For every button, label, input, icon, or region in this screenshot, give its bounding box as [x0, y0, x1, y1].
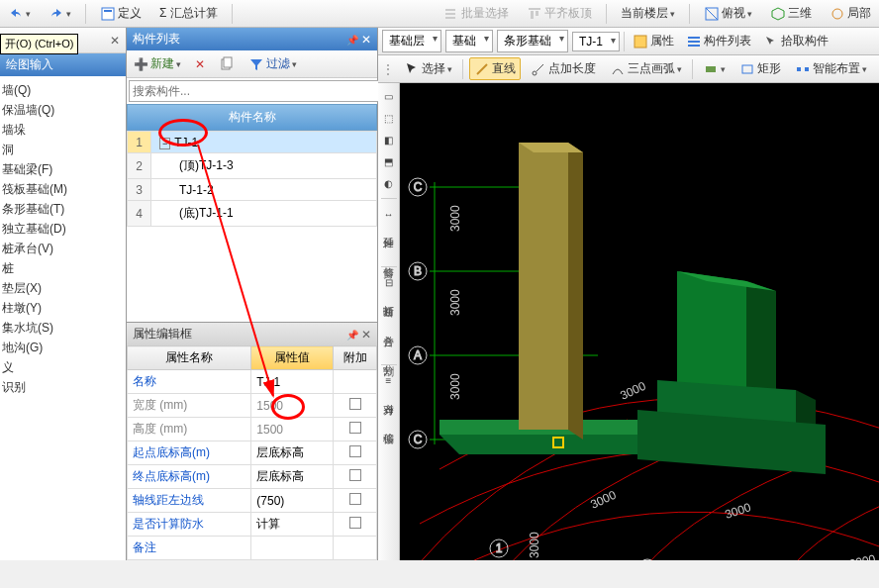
close-icon[interactable]: ✕: [361, 328, 371, 342]
property-row[interactable]: 是否计算防水计算: [128, 513, 377, 537]
select-tool-button[interactable]: 选择▾: [400, 58, 456, 79]
tree-item[interactable]: 桩: [2, 258, 124, 278]
svg-rect-5: [529, 8, 540, 10]
arc-tool-button[interactable]: 三点画弧▾: [606, 58, 686, 79]
component-select[interactable]: TJ-1: [572, 32, 620, 51]
checkbox[interactable]: [349, 517, 361, 529]
undo-button[interactable]: ▾: [4, 4, 35, 24]
checkbox[interactable]: [349, 445, 361, 457]
line-tool-button[interactable]: 直线: [469, 57, 521, 80]
tree-item[interactable]: 柱墩(Y): [2, 298, 124, 318]
close-icon[interactable]: ✕: [361, 33, 371, 47]
table-row[interactable]: 3TJ-1-2: [128, 178, 377, 200]
tool-icon[interactable]: ◐: [380, 174, 398, 192]
property-row[interactable]: 宽度 (mm)1500: [128, 394, 377, 418]
tree-item[interactable]: 筏板基础(M): [2, 179, 124, 199]
component-table: 1−TJ-12(顶)TJ-1-33TJ-1-24(底)TJ-1-1: [127, 131, 377, 227]
split-icon[interactable]: ⋮: [380, 333, 398, 350]
category-tree[interactable]: 墙(Q)保温墙(Q)墙垛洞基础梁(F)筏板基础(M)条形基础(T)独立基础(D)…: [0, 76, 126, 560]
tree-item[interactable]: 垫层(X): [2, 278, 124, 298]
property-row[interactable]: 终点底标高(m)层底标高: [128, 465, 377, 489]
property-row[interactable]: 轴线距左边线(750): [128, 489, 377, 513]
tree-item[interactable]: 独立基础(D): [2, 219, 124, 239]
tree-item[interactable]: 义: [2, 357, 124, 377]
checkbox[interactable]: [349, 422, 361, 434]
property-row[interactable]: 高度 (mm)1500: [128, 418, 377, 441]
pin-icon[interactable]: 📌: [346, 330, 358, 341]
svg-text:3000: 3000: [724, 500, 753, 522]
svg-rect-20: [706, 66, 716, 72]
add-length-button[interactable]: 点加长度: [527, 58, 600, 79]
current-floor-button[interactable]: 当前楼层▾: [617, 3, 679, 24]
checkbox[interactable]: [349, 398, 361, 410]
more-button[interactable]: ▾: [699, 59, 730, 79]
svg-text:3000: 3000: [448, 289, 462, 316]
pin-icon[interactable]: 📌: [346, 35, 358, 46]
table-row[interactable]: 1−TJ-1: [128, 132, 377, 153]
delete-button[interactable]: ✕: [191, 55, 209, 73]
search-input[interactable]: [129, 80, 379, 102]
property-row[interactable]: 备注: [128, 537, 377, 560]
tree-item[interactable]: 洞: [2, 140, 124, 159]
svg-rect-7: [536, 11, 538, 16]
offset-icon[interactable]: ⇉: [380, 401, 398, 419]
table-row[interactable]: 2(顶)TJ-1-3: [128, 153, 377, 179]
tool-icon[interactable]: ▭: [380, 87, 398, 105]
pick-component-button[interactable]: 拾取构件: [759, 31, 832, 51]
new-component-button[interactable]: ➕ 新建▾: [130, 53, 185, 74]
svg-rect-16: [688, 45, 700, 47]
checkbox[interactable]: [349, 493, 361, 505]
trim-icon[interactable]: ✂: [380, 235, 398, 252]
component-toolbar: ➕ 新建▾ ✕ 过滤▾: [127, 50, 377, 78]
tree-item[interactable]: 集水坑(S): [2, 318, 124, 338]
3d-view-button[interactable]: 三维: [766, 3, 816, 24]
extend-icon[interactable]: ↔: [380, 205, 398, 223]
align-top-button[interactable]: 平齐板顶: [523, 3, 596, 24]
close-icon[interactable]: ✕: [110, 34, 120, 48]
tree-item[interactable]: 基础梁(F): [2, 159, 124, 179]
checkbox[interactable]: [349, 469, 361, 481]
tree-item[interactable]: 地沟(G): [2, 338, 124, 357]
redo-button[interactable]: ▾: [45, 4, 75, 24]
svg-rect-6: [531, 11, 534, 19]
table-row[interactable]: 4(底)TJ-1-1: [128, 201, 377, 227]
draw-input-tab[interactable]: 绘图输入: [0, 53, 126, 76]
svg-line-9: [706, 8, 718, 20]
3d-viewport[interactable]: ▭ ⬚ ◧ ⬒ ◐ ↔ 延伸 ✂ 修剪 ⊟ 打断 ⊞ 合并 ⋮ 分割 ≡ 对齐: [378, 83, 879, 560]
sum-button[interactable]: Σ 汇总计算: [155, 3, 222, 24]
property-row[interactable]: 起点底标高(m)层底标高: [128, 441, 377, 465]
local-button[interactable]: 局部: [826, 3, 875, 24]
batch-select-button[interactable]: 批量选择: [440, 3, 513, 24]
top-view-button[interactable]: 俯视▾: [700, 3, 756, 24]
type-select[interactable]: 条形基础: [497, 30, 568, 52]
component-list-button[interactable]: 构件列表: [682, 31, 755, 51]
tree-item[interactable]: 条形基础(T): [2, 199, 124, 219]
svg-rect-12: [224, 57, 232, 67]
rect-tool-button[interactable]: 矩形: [735, 58, 785, 79]
tool-icon[interactable]: ◧: [380, 131, 398, 148]
tool-icon[interactable]: ⬒: [380, 152, 398, 170]
svg-rect-3: [445, 13, 455, 15]
tree-item[interactable]: 保温墙(Q): [2, 100, 124, 120]
tool-icon[interactable]: ⬚: [380, 109, 398, 127]
svg-rect-13: [635, 36, 646, 48]
tree-item[interactable]: 识别: [2, 377, 124, 397]
merge-icon[interactable]: ⊞: [380, 303, 398, 321]
svg-rect-1: [104, 10, 112, 12]
copy-button[interactable]: [215, 54, 239, 74]
layer-select[interactable]: 基础层: [382, 30, 441, 52]
svg-text:A: A: [414, 348, 422, 362]
tree-item[interactable]: 墙垛: [2, 120, 124, 140]
align-icon[interactable]: ≡: [380, 371, 398, 389]
tree-item[interactable]: 桩承台(V): [2, 239, 124, 258]
category-select[interactable]: 基础: [445, 30, 493, 52]
property-row[interactable]: 名称TJ-1: [128, 370, 377, 394]
smart-layout-button[interactable]: 智能布置▾: [791, 58, 871, 79]
property-button[interactable]: 属性: [629, 31, 678, 51]
define-button[interactable]: 定义: [96, 3, 146, 24]
tree-item[interactable]: 墙(Q): [2, 80, 124, 100]
svg-rect-4: [445, 17, 455, 19]
filter-button[interactable]: 过滤▾: [244, 53, 301, 74]
break-icon[interactable]: ⊟: [380, 273, 398, 291]
context-toolbar: 基础层 基础 条形基础 TJ-1 属性 构件列表 拾取构件: [378, 28, 879, 55]
